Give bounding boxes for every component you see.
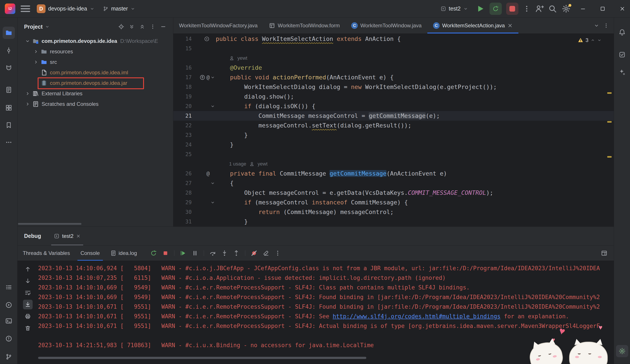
stop-process-button[interactable] bbox=[160, 248, 171, 258]
up-stack-icon[interactable] bbox=[23, 264, 32, 274]
down-stack-icon[interactable] bbox=[23, 276, 32, 286]
collapse-all-icon[interactable] bbox=[138, 22, 146, 31]
code-line[interactable]: 30 return (CommitMessage) messageControl… bbox=[173, 207, 614, 217]
dependencies-tool-icon[interactable] bbox=[3, 102, 15, 114]
tree-item[interactable]: resources bbox=[18, 46, 173, 57]
structure-tool-icon[interactable] bbox=[3, 84, 15, 96]
run-button[interactable] bbox=[476, 4, 485, 13]
expand-all-icon[interactable] bbox=[128, 22, 136, 31]
debug-view-tab[interactable]: Threads & Variables bbox=[18, 246, 75, 261]
log-link[interactable]: http://www.slf4j.org/codes.html#multiple… bbox=[332, 313, 500, 320]
tree-item[interactable]: Scratches and Consoles bbox=[18, 99, 173, 109]
resume-button[interactable] bbox=[178, 248, 188, 258]
main-menu-icon[interactable] bbox=[19, 3, 32, 15]
settings-icon[interactable] bbox=[561, 4, 571, 13]
stop-button[interactable] bbox=[506, 3, 518, 15]
locate-file-icon[interactable] bbox=[117, 22, 126, 31]
overriding-method-icon[interactable] bbox=[200, 74, 205, 80]
code-with-me-icon[interactable] bbox=[535, 4, 544, 13]
project-tool-icon[interactable] bbox=[3, 27, 15, 39]
code-line[interactable]: 31 } bbox=[173, 217, 614, 227]
project-horizontal-scrollbar[interactable] bbox=[18, 223, 82, 225]
tree-item[interactable]: com.primeton.devops.ide.ideaD:\Workspace… bbox=[18, 36, 173, 46]
chevron-down-icon[interactable] bbox=[24, 37, 32, 45]
commit-tool-icon[interactable] bbox=[3, 44, 15, 57]
plugin-settings-icon[interactable] bbox=[616, 345, 628, 357]
close-window-button[interactable] bbox=[615, 0, 630, 17]
code-editor[interactable]: 14public class WorkItemSelectAction exte… bbox=[173, 34, 614, 227]
code-line[interactable]: 20 if (dialog.isOK()) { bbox=[173, 101, 614, 111]
step-into-button[interactable] bbox=[219, 248, 230, 258]
minimize-button[interactable] bbox=[575, 0, 590, 17]
search-everywhere-icon[interactable] bbox=[548, 4, 557, 13]
annotation-gutter-icon[interactable]: @ bbox=[206, 171, 210, 177]
code-line[interactable]: 21 CommitMessage messageControl = getCom… bbox=[173, 111, 614, 121]
todo-tool-icon[interactable] bbox=[3, 281, 15, 293]
hide-panel-icon[interactable] bbox=[159, 22, 168, 31]
debug-panel-title[interactable]: Debug bbox=[24, 233, 41, 239]
run-config-widget[interactable]: test2 bbox=[438, 3, 471, 15]
clear-all-icon[interactable] bbox=[23, 323, 32, 333]
code-line[interactable]: 23 } bbox=[173, 130, 614, 140]
debug-session-tab[interactable]: test2 bbox=[50, 227, 84, 245]
editor-tab[interactable]: CWorkitemToolWindow.java bbox=[346, 17, 427, 33]
chevron-right-icon[interactable] bbox=[32, 58, 40, 66]
code-line[interactable]: 27 { bbox=[173, 178, 614, 188]
ai-assistant-icon[interactable] bbox=[616, 66, 628, 78]
chevron-right-icon[interactable] bbox=[32, 48, 40, 55]
fold-chevron-icon[interactable] bbox=[210, 200, 216, 205]
step-out-button[interactable] bbox=[231, 248, 242, 258]
console-horizontal-scrollbar[interactable] bbox=[38, 357, 366, 359]
version-control-tool-icon[interactable] bbox=[3, 351, 15, 363]
code-line[interactable]: 25 bbox=[173, 150, 614, 159]
editor-tab[interactable]: WorkitemToolWindowFactory.java bbox=[173, 17, 263, 33]
project-widget[interactable]: D devops-ide-idea bbox=[34, 3, 98, 15]
inlay-hint[interactable]: yewt bbox=[173, 53, 614, 63]
mute-breakpoints-button[interactable] bbox=[249, 248, 259, 258]
fold-chevron-icon[interactable] bbox=[210, 75, 216, 80]
soft-wrap-icon[interactable] bbox=[23, 288, 32, 298]
tree-item[interactable]: External Libraries bbox=[18, 88, 173, 99]
gradle-tool-icon[interactable] bbox=[616, 48, 628, 61]
more-tool-windows-icon[interactable] bbox=[3, 136, 15, 148]
pause-button[interactable] bbox=[190, 248, 200, 258]
pull-requests-icon[interactable] bbox=[3, 62, 15, 74]
inlay-hint[interactable]: 1 usageyewt bbox=[173, 159, 614, 169]
hidden-tabs-icon[interactable] bbox=[594, 23, 599, 28]
code-line[interactable]: 18 WorkItemSelectDialog dialog = new Wor… bbox=[173, 82, 614, 92]
next-problem-icon[interactable] bbox=[597, 38, 602, 42]
print-icon[interactable] bbox=[23, 312, 32, 321]
problems-tool-icon[interactable] bbox=[3, 333, 15, 345]
debug-more-icon[interactable] bbox=[272, 248, 283, 258]
bookmarks-tool-icon[interactable] bbox=[3, 119, 15, 131]
debug-view-tab[interactable]: idea.log bbox=[105, 246, 142, 261]
fold-chevron-icon[interactable] bbox=[210, 181, 216, 186]
editor-tab[interactable]: CWorkItemSelectAction.java bbox=[427, 17, 518, 33]
error-stripe-mark[interactable] bbox=[607, 156, 612, 158]
branch-widget[interactable]: master bbox=[100, 3, 138, 15]
code-line[interactable]: 19 dialog.show(); bbox=[173, 92, 614, 101]
code-line[interactable]: 29 if (messageControl instanceof CommitM… bbox=[173, 198, 614, 207]
terminal-tool-icon[interactable] bbox=[3, 315, 15, 327]
more-actions-icon[interactable] bbox=[523, 5, 531, 13]
code-line[interactable]: 15 bbox=[173, 44, 614, 53]
tree-item[interactable]: src bbox=[18, 57, 173, 67]
close-session-icon[interactable] bbox=[76, 234, 80, 238]
inspections-widget[interactable]: 3 bbox=[578, 37, 602, 43]
console-output[interactable]: 2023-10-13 14:10:06,924 [ 5804] WARN - #… bbox=[38, 261, 614, 364]
code-line[interactable]: 16 @Override bbox=[173, 63, 614, 73]
chevron-right-icon[interactable] bbox=[24, 90, 32, 97]
annotation-gutter-icon[interactable]: @ bbox=[206, 74, 210, 80]
chevron-down-icon[interactable] bbox=[45, 24, 50, 29]
tab-options-icon[interactable] bbox=[603, 23, 609, 28]
close-tab-icon[interactable] bbox=[508, 23, 513, 28]
chevron-right-icon[interactable] bbox=[24, 100, 32, 108]
panel-options-icon[interactable] bbox=[148, 22, 157, 31]
gutter-reference-icon[interactable] bbox=[204, 36, 210, 42]
code-line[interactable]: 22 messageControl.setText(dialog.getResu… bbox=[173, 121, 614, 130]
editor-tab[interactable]: WorkitemToolWindow.form bbox=[263, 17, 346, 33]
code-line[interactable]: 14public class WorkItemSelectAction exte… bbox=[173, 34, 614, 44]
prev-problem-icon[interactable] bbox=[590, 38, 595, 42]
notifications-icon[interactable] bbox=[616, 26, 628, 38]
code-line[interactable]: 28 Object messageControl = e.getData(Vcs… bbox=[173, 188, 614, 198]
